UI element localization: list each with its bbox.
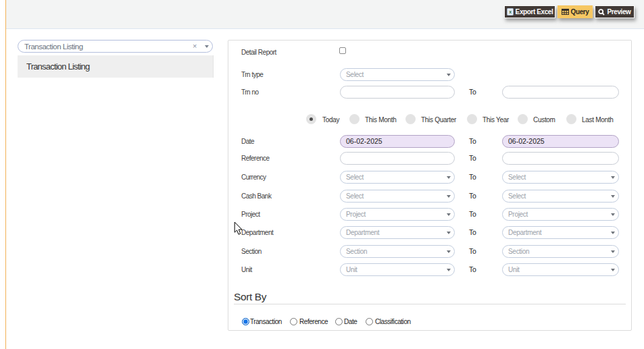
svg-text:x: x xyxy=(509,9,512,14)
